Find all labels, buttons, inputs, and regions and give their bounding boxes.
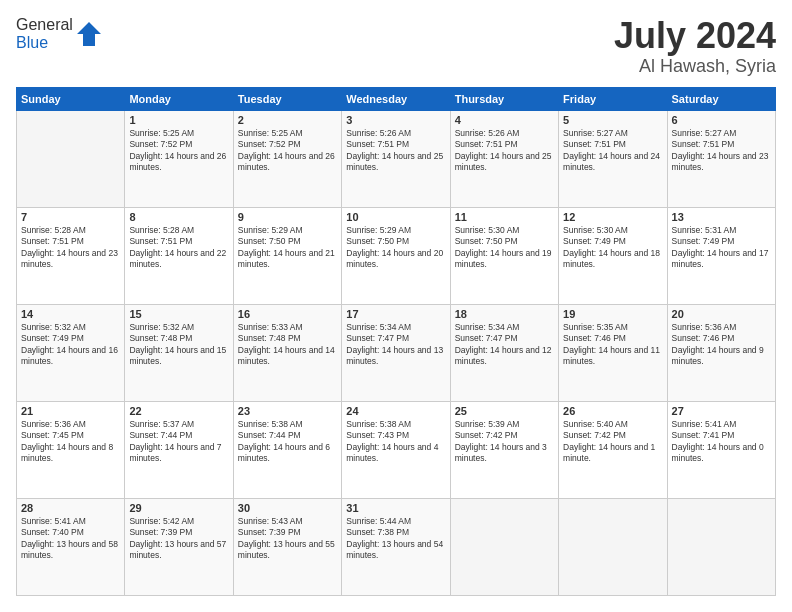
table-row: 19 Sunrise: 5:35 AM Sunset: 7:46 PM Dayl…	[559, 304, 667, 401]
col-monday: Monday	[125, 87, 233, 110]
table-row: 1 Sunrise: 5:25 AM Sunset: 7:52 PM Dayli…	[125, 110, 233, 207]
day-number: 18	[455, 308, 554, 320]
day-number: 20	[672, 308, 771, 320]
day-number: 27	[672, 405, 771, 417]
daylight-text: Daylight: 13 hours and 54 minutes.	[346, 539, 445, 562]
daylight-text: Daylight: 14 hours and 7 minutes.	[129, 442, 228, 465]
sunrise-text: Sunrise: 5:32 AM	[21, 322, 120, 333]
sunrise-text: Sunrise: 5:43 AM	[238, 516, 337, 527]
daylight-text: Daylight: 14 hours and 3 minutes.	[455, 442, 554, 465]
sunrise-text: Sunrise: 5:27 AM	[672, 128, 771, 139]
sunrise-text: Sunrise: 5:41 AM	[21, 516, 120, 527]
table-row: 5 Sunrise: 5:27 AM Sunset: 7:51 PM Dayli…	[559, 110, 667, 207]
sunset-text: Sunset: 7:39 PM	[129, 527, 228, 538]
logo-blue-text: Blue	[16, 34, 48, 51]
table-row: 16 Sunrise: 5:33 AM Sunset: 7:48 PM Dayl…	[233, 304, 341, 401]
daylight-text: Daylight: 14 hours and 6 minutes.	[238, 442, 337, 465]
sunrise-text: Sunrise: 5:26 AM	[346, 128, 445, 139]
col-saturday: Saturday	[667, 87, 775, 110]
sunrise-text: Sunrise: 5:37 AM	[129, 419, 228, 430]
sunset-text: Sunset: 7:51 PM	[672, 139, 771, 150]
sunset-text: Sunset: 7:50 PM	[346, 236, 445, 247]
table-row: 4 Sunrise: 5:26 AM Sunset: 7:51 PM Dayli…	[450, 110, 558, 207]
day-number: 10	[346, 211, 445, 223]
sunrise-text: Sunrise: 5:34 AM	[455, 322, 554, 333]
daylight-text: Daylight: 13 hours and 58 minutes.	[21, 539, 120, 562]
sunrise-text: Sunrise: 5:41 AM	[672, 419, 771, 430]
daylight-text: Daylight: 13 hours and 55 minutes.	[238, 539, 337, 562]
sunset-text: Sunset: 7:44 PM	[238, 430, 337, 441]
day-number: 2	[238, 114, 337, 126]
table-row: 18 Sunrise: 5:34 AM Sunset: 7:47 PM Dayl…	[450, 304, 558, 401]
calendar-row: 14 Sunrise: 5:32 AM Sunset: 7:49 PM Dayl…	[17, 304, 776, 401]
day-number: 1	[129, 114, 228, 126]
title-section: July 2024 Al Hawash, Syria	[614, 16, 776, 77]
sunrise-text: Sunrise: 5:35 AM	[563, 322, 662, 333]
sunrise-text: Sunrise: 5:27 AM	[563, 128, 662, 139]
day-number: 6	[672, 114, 771, 126]
daylight-text: Daylight: 14 hours and 21 minutes.	[238, 248, 337, 271]
table-row: 10 Sunrise: 5:29 AM Sunset: 7:50 PM Dayl…	[342, 207, 450, 304]
col-friday: Friday	[559, 87, 667, 110]
sunrise-text: Sunrise: 5:38 AM	[346, 419, 445, 430]
day-number: 8	[129, 211, 228, 223]
sunset-text: Sunset: 7:49 PM	[21, 333, 120, 344]
sunrise-text: Sunrise: 5:44 AM	[346, 516, 445, 527]
sunrise-text: Sunrise: 5:30 AM	[563, 225, 662, 236]
daylight-text: Daylight: 14 hours and 26 minutes.	[238, 151, 337, 174]
sunset-text: Sunset: 7:51 PM	[455, 139, 554, 150]
sunrise-text: Sunrise: 5:28 AM	[21, 225, 120, 236]
sunset-text: Sunset: 7:52 PM	[129, 139, 228, 150]
day-number: 15	[129, 308, 228, 320]
daylight-text: Daylight: 14 hours and 18 minutes.	[563, 248, 662, 271]
sunrise-text: Sunrise: 5:36 AM	[672, 322, 771, 333]
daylight-text: Daylight: 14 hours and 17 minutes.	[672, 248, 771, 271]
sunrise-text: Sunrise: 5:40 AM	[563, 419, 662, 430]
day-number: 9	[238, 211, 337, 223]
day-number: 28	[21, 502, 120, 514]
table-row: 13 Sunrise: 5:31 AM Sunset: 7:49 PM Dayl…	[667, 207, 775, 304]
sunrise-text: Sunrise: 5:31 AM	[672, 225, 771, 236]
sunset-text: Sunset: 7:41 PM	[672, 430, 771, 441]
logo-general-text: General	[16, 16, 73, 33]
subtitle: Al Hawash, Syria	[614, 56, 776, 77]
daylight-text: Daylight: 14 hours and 8 minutes.	[21, 442, 120, 465]
sunset-text: Sunset: 7:42 PM	[455, 430, 554, 441]
calendar-table: Sunday Monday Tuesday Wednesday Thursday…	[16, 87, 776, 596]
sunset-text: Sunset: 7:43 PM	[346, 430, 445, 441]
table-row: 26 Sunrise: 5:40 AM Sunset: 7:42 PM Dayl…	[559, 401, 667, 498]
day-number: 22	[129, 405, 228, 417]
day-number: 19	[563, 308, 662, 320]
sunset-text: Sunset: 7:50 PM	[238, 236, 337, 247]
day-number: 5	[563, 114, 662, 126]
sunrise-text: Sunrise: 5:38 AM	[238, 419, 337, 430]
sunset-text: Sunset: 7:48 PM	[129, 333, 228, 344]
sunrise-text: Sunrise: 5:39 AM	[455, 419, 554, 430]
col-tuesday: Tuesday	[233, 87, 341, 110]
table-row: 6 Sunrise: 5:27 AM Sunset: 7:51 PM Dayli…	[667, 110, 775, 207]
sunset-text: Sunset: 7:49 PM	[672, 236, 771, 247]
daylight-text: Daylight: 14 hours and 20 minutes.	[346, 248, 445, 271]
day-number: 31	[346, 502, 445, 514]
daylight-text: Daylight: 14 hours and 13 minutes.	[346, 345, 445, 368]
sunset-text: Sunset: 7:46 PM	[563, 333, 662, 344]
daylight-text: Daylight: 14 hours and 24 minutes.	[563, 151, 662, 174]
table-row	[17, 110, 125, 207]
calendar-header-row: Sunday Monday Tuesday Wednesday Thursday…	[17, 87, 776, 110]
table-row: 27 Sunrise: 5:41 AM Sunset: 7:41 PM Dayl…	[667, 401, 775, 498]
table-row	[450, 498, 558, 595]
sunrise-text: Sunrise: 5:29 AM	[346, 225, 445, 236]
sunset-text: Sunset: 7:46 PM	[672, 333, 771, 344]
table-row: 17 Sunrise: 5:34 AM Sunset: 7:47 PM Dayl…	[342, 304, 450, 401]
table-row: 7 Sunrise: 5:28 AM Sunset: 7:51 PM Dayli…	[17, 207, 125, 304]
sunset-text: Sunset: 7:47 PM	[455, 333, 554, 344]
day-number: 29	[129, 502, 228, 514]
sunset-text: Sunset: 7:51 PM	[21, 236, 120, 247]
daylight-text: Daylight: 14 hours and 22 minutes.	[129, 248, 228, 271]
table-row: 30 Sunrise: 5:43 AM Sunset: 7:39 PM Dayl…	[233, 498, 341, 595]
sunrise-text: Sunrise: 5:30 AM	[455, 225, 554, 236]
table-row: 21 Sunrise: 5:36 AM Sunset: 7:45 PM Dayl…	[17, 401, 125, 498]
daylight-text: Daylight: 14 hours and 4 minutes.	[346, 442, 445, 465]
calendar-row: 28 Sunrise: 5:41 AM Sunset: 7:40 PM Dayl…	[17, 498, 776, 595]
sunset-text: Sunset: 7:40 PM	[21, 527, 120, 538]
